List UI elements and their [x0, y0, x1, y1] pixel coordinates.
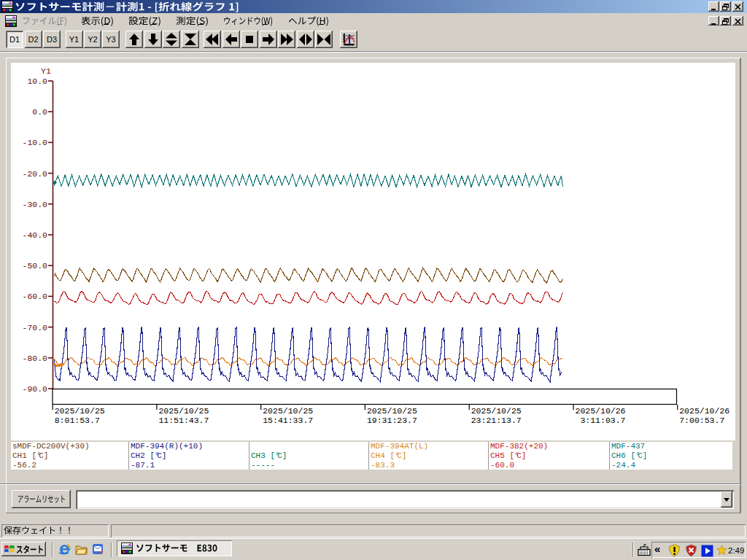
svg-text:23:21:13.7: 23:21:13.7 [471, 416, 522, 425]
svg-text:-10.0: -10.0 [22, 138, 47, 147]
svg-text:-80.0: -80.0 [22, 354, 47, 363]
svg-text:2025/10/26: 2025/10/26 [576, 406, 626, 416]
svg-text:3:11:03.7: 3:11:03.7 [576, 416, 626, 425]
svg-text:2025/10/25: 2025/10/25 [55, 406, 105, 416]
svg-text:15:41:33.7: 15:41:33.7 [263, 416, 313, 425]
svg-text:2025/10/26: 2025/10/26 [679, 406, 729, 416]
svg-text:7:00:53.7: 7:00:53.7 [679, 416, 724, 425]
svg-text:2025/10/25: 2025/10/25 [263, 406, 313, 416]
svg-text:-20.0: -20.0 [22, 169, 47, 179]
svg-text:-40.0: -40.0 [22, 230, 47, 240]
svg-text:-30.0: -30.0 [22, 200, 47, 209]
svg-text:0.0: 0.0 [32, 107, 47, 117]
svg-text:-90.0: -90.0 [22, 384, 47, 394]
svg-text:19:31:23.7: 19:31:23.7 [367, 416, 417, 425]
svg-text:2025/10/25: 2025/10/25 [158, 406, 209, 416]
svg-text:-60.0: -60.0 [22, 292, 47, 301]
svg-text:10.0: 10.0 [27, 77, 47, 86]
svg-text:11:51:43.7: 11:51:43.7 [158, 416, 209, 425]
svg-text:8:01:53.7: 8:01:53.7 [55, 416, 100, 425]
svg-text:-50.0: -50.0 [22, 261, 47, 271]
svg-text:2025/10/25: 2025/10/25 [471, 406, 522, 416]
svg-text:-70.0: -70.0 [22, 323, 47, 332]
svg-text:Y1: Y1 [41, 66, 51, 76]
svg-text:2025/10/25: 2025/10/25 [367, 406, 417, 416]
